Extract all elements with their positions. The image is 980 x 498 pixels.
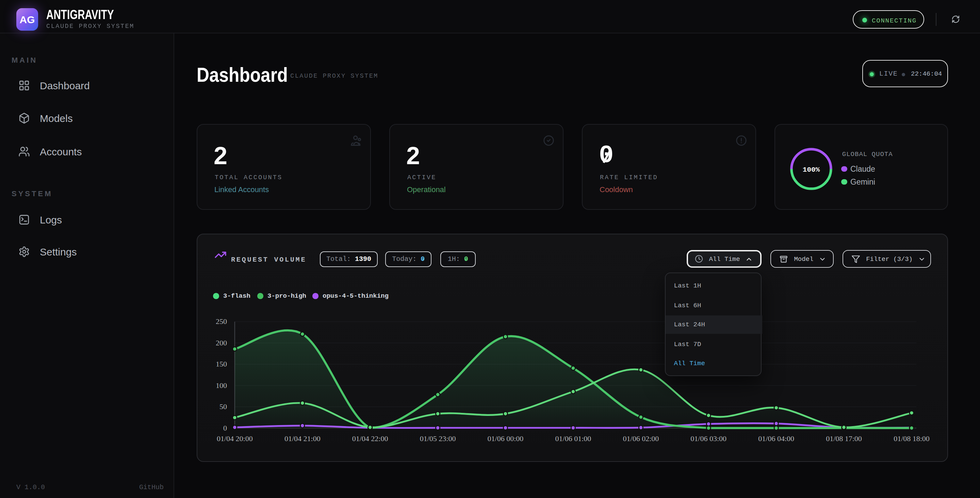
svg-text:200: 200 xyxy=(216,338,227,347)
svg-text:50: 50 xyxy=(220,402,227,410)
svg-text:01/06 01:00: 01/06 01:00 xyxy=(555,434,592,442)
svg-text:01/08 17:00: 01/08 17:00 xyxy=(826,434,862,442)
svg-text:01/08 18:00: 01/08 18:00 xyxy=(894,434,930,442)
svg-text:01/05 23:00: 01/05 23:00 xyxy=(420,434,456,442)
svg-text:01/04 22:00: 01/04 22:00 xyxy=(352,434,388,442)
svg-text:150: 150 xyxy=(216,359,227,368)
svg-text:100: 100 xyxy=(216,381,227,389)
svg-text:01/06 04:00: 01/06 04:00 xyxy=(758,434,794,442)
svg-text:01/06 03:00: 01/06 03:00 xyxy=(690,434,727,442)
svg-text:01/04 20:00: 01/04 20:00 xyxy=(217,434,253,442)
svg-text:01/06 02:00: 01/06 02:00 xyxy=(623,434,659,442)
svg-text:0: 0 xyxy=(223,423,227,432)
svg-text:01/06 00:00: 01/06 00:00 xyxy=(488,434,524,442)
svg-text:250: 250 xyxy=(216,317,227,325)
svg-text:01/04 21:00: 01/04 21:00 xyxy=(285,434,321,442)
